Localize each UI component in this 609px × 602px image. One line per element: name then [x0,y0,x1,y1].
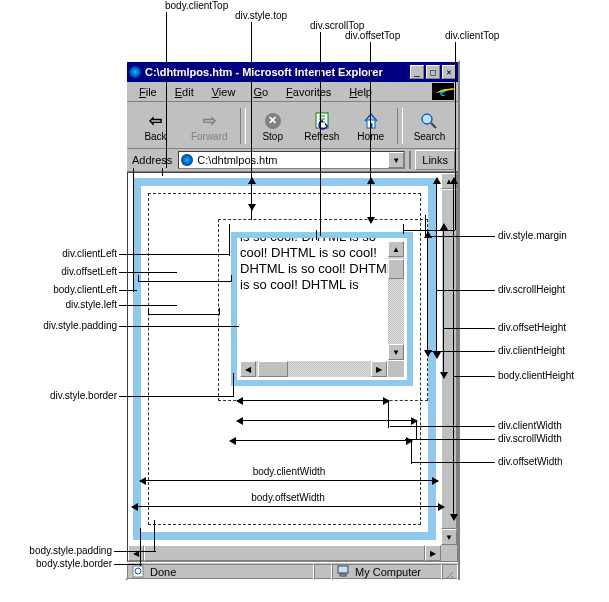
search-label: Search [414,131,446,142]
menu-favorites[interactable]: Favorites [278,85,339,99]
address-value: C:\dhtmlpos.htm [197,154,277,166]
back-button[interactable]: ⇦ Back [131,111,180,142]
div-vertical-scrollbar[interactable]: ▲ ▼ [388,241,404,360]
label-body-clientWidth: body.clientWidth [251,466,328,477]
resize-grip-icon [388,361,404,377]
label-div-style-padding: div.style.padding [18,320,117,331]
label-div-offsetWidth: div.offsetWidth [498,456,563,467]
titlebar[interactable]: C:\dhtmlpos.htm - Microsoft Internet Exp… [127,62,458,82]
connector [229,224,230,256]
scroll-down-icon[interactable]: ▼ [388,344,404,360]
label-div-clientWidth: div.clientWidth [498,420,562,431]
scroll-up-icon[interactable]: ▲ [388,241,404,257]
label-div-offsetLeft: div.offsetLeft [42,266,117,277]
label-div-scrollWidth: div.scrollWidth [498,433,562,444]
connector [427,351,449,352]
ie-icon [129,66,141,78]
page-icon [181,154,193,166]
links-button[interactable]: Links [415,150,455,170]
dim-div-clientWidth [237,400,389,401]
div-content: is so cool! DHTML is so cool! DHTML is s… [237,238,407,380]
label-body-offsetWidth: body.offsetWidth [249,492,327,503]
address-label: Address [130,154,174,166]
connector [138,275,232,282]
forward-label: Forward [191,131,228,142]
maximize-button[interactable]: □ [426,65,440,79]
zone-text: My Computer [355,566,421,578]
connector [140,528,141,566]
menu-go[interactable]: Go [245,85,276,99]
label-div-style-left: div.style.left [46,299,117,310]
connector [119,305,177,306]
menu-file[interactable]: File [131,85,165,99]
connector [436,290,495,291]
refresh-label: Refresh [304,131,339,142]
scroll-thumb[interactable] [388,259,404,279]
search-icon [419,111,439,131]
div-horizontal-scrollbar[interactable]: ◀ ▶ [240,361,387,377]
separator-icon [409,151,411,169]
connector [448,351,495,352]
label-body-clientHeight: body.clientHeight [498,370,574,381]
stop-label: Stop [262,131,283,142]
content-text: is so cool! DHTML is so cool! DHTML is s… [240,238,404,293]
statusbar: Done My Computer [127,562,458,581]
connector [119,290,137,291]
label-div-clientHeight: div.clientHeight [498,345,565,356]
connector [405,439,495,440]
connector [148,308,220,315]
connector [162,168,163,176]
connector [133,168,134,292]
address-input[interactable]: C:\dhtmlpos.htm ▼ [178,151,405,169]
menu-view[interactable]: View [204,85,244,99]
connector [453,376,495,377]
connector [154,520,155,552]
scroll-right-icon[interactable]: ▶ [425,545,441,561]
connector [416,420,417,440]
stop-button[interactable]: ✕ Stop [248,111,297,142]
connector [390,426,495,427]
minimize-button[interactable]: _ [410,65,424,79]
dim-div-offsetTop [370,178,371,223]
menu-help[interactable]: Help [341,85,380,99]
label-div-offsetHeight: div.offsetHeight [498,322,566,333]
address-dropdown-button[interactable]: ▼ [388,152,404,168]
toolbar: ⇦ Back ⇨ Forward ✕ Stop Refresh [127,102,458,149]
scroll-down-icon[interactable]: ▼ [441,529,457,545]
refresh-button[interactable]: Refresh [297,111,346,142]
scroll-left-icon[interactable]: ◀ [128,545,144,561]
window-title: C:\dhtmlpos.htm - Microsoft Internet Exp… [145,66,383,78]
close-button[interactable]: ✕ [442,65,456,79]
menu-edit[interactable]: Edit [167,85,202,99]
connector [119,272,177,273]
scroll-thumb[interactable] [144,545,425,561]
connector [403,224,404,234]
back-label: Back [144,131,166,142]
connector [119,396,233,397]
dim-div-style-top [251,178,252,210]
connector [166,12,167,168]
address-bar: Address C:\dhtmlpos.htm ▼ Links [127,149,458,172]
dim-body-clientHeight [453,178,454,520]
status-text: Done [150,566,176,578]
menubar: File Edit View Go Favorites Help e [127,82,458,102]
status-zone: My Computer [332,564,442,580]
search-button[interactable]: Search [405,111,454,142]
forward-button[interactable]: ⇨ Forward [180,111,238,142]
scroll-left-icon[interactable]: ◀ [240,361,256,377]
svg-rect-9 [340,574,346,576]
connector [119,254,229,255]
scroll-thumb[interactable] [258,361,288,377]
dim-div-clientHeight [427,232,428,356]
label-body-clientTop: body.clientTop [165,0,228,11]
label-div-style-border: div.style.border [18,390,117,401]
computer-icon [337,564,351,580]
dim-div-scrollHeight [436,178,437,358]
resize-grip-icon [441,545,457,561]
stop-icon: ✕ [263,111,283,131]
window-horizontal-scrollbar[interactable]: ◀ ▶ [128,545,441,561]
scroll-right-icon[interactable]: ▶ [371,361,387,377]
ie-logo: e [432,83,454,100]
connector [316,230,317,240]
connector [119,326,239,327]
